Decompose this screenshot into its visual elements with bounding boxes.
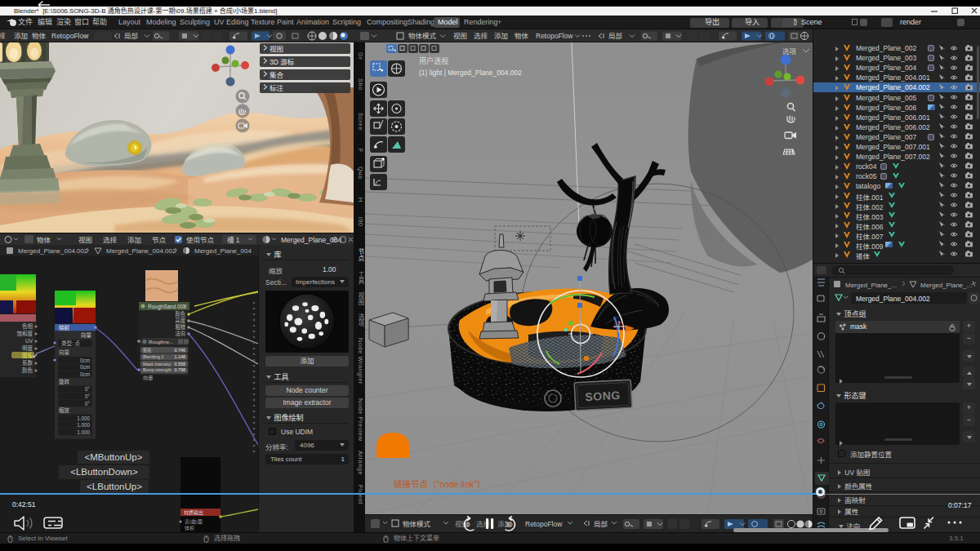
svg-text:1.000: 1.000 xyxy=(77,422,90,428)
svg-text:视图: 视图 xyxy=(453,32,467,40)
svg-text:Merged_Plane_004: Merged_Plane_004 xyxy=(194,247,252,255)
svg-text:局部: 局部 xyxy=(124,32,139,40)
svg-text:集合: 集合 xyxy=(270,71,284,79)
svg-text:颜色: 颜色 xyxy=(175,310,185,318)
svg-text:0°: 0° xyxy=(85,393,91,399)
svg-text:粗糙: 粗糙 xyxy=(175,323,185,331)
svg-text:旋转: 旋转 xyxy=(59,378,70,385)
svg-text:添加: 添加 xyxy=(127,236,141,244)
svg-text:映射: 映射 xyxy=(59,324,70,331)
svg-text:0cm: 0cm xyxy=(80,358,90,363)
svg-text:向量: 向量 xyxy=(143,375,153,381)
svg-text:法向: 法向 xyxy=(175,330,185,337)
svg-text:UV: UV xyxy=(25,338,33,344)
svg-text:Merged_Plane_...: Merged_Plane_... xyxy=(920,282,972,289)
svg-text:0.558: 0.558 xyxy=(175,362,186,367)
svg-text:局部: 局部 xyxy=(594,520,608,528)
svg-text:30: 30 xyxy=(506,521,512,528)
svg-text:使用节点: 使用节点 xyxy=(186,236,215,244)
svg-text:Merged_Plane_004.002: Merged_Plane_004.002 xyxy=(106,247,176,255)
svg-text:明度: 明度 xyxy=(22,344,33,352)
svg-text:别名: 别名 xyxy=(143,347,152,353)
svg-text:1.000: 1.000 xyxy=(77,415,90,421)
svg-text:色相: 色相 xyxy=(22,322,33,330)
svg-text:槽 1: 槽 1 xyxy=(227,236,240,244)
svg-text:节点: 节点 xyxy=(152,236,167,244)
svg-text:RetopoFlow: RetopoFlow xyxy=(525,520,563,528)
svg-text:用户透视: 用户透视 xyxy=(419,56,448,65)
svg-text:局部: 局部 xyxy=(608,32,623,40)
svg-text:向量: 向量 xyxy=(59,349,70,355)
svg-text:向量: 向量 xyxy=(81,331,92,338)
svg-text:选择: 选择 xyxy=(474,32,488,40)
svg-text:视图: 视图 xyxy=(270,45,283,53)
svg-text:1.000: 1.000 xyxy=(77,429,90,435)
svg-text:RetopoFlow: RetopoFlow xyxy=(536,32,573,40)
svg-text:10: 10 xyxy=(463,521,470,528)
svg-text:1.148: 1.148 xyxy=(175,354,186,359)
svg-text:0cm: 0cm xyxy=(80,364,90,370)
svg-text:0cm: 0cm xyxy=(80,371,90,377)
svg-text:Blending 2: Blending 2 xyxy=(143,354,163,359)
svg-text:物体: 物体 xyxy=(32,32,47,40)
svg-text:体积: 体积 xyxy=(185,525,194,531)
svg-text:Merged_Plane_...: Merged_Plane_... xyxy=(845,282,897,289)
svg-text:视图: 视图 xyxy=(78,236,92,244)
svg-text:(1) light | Merged_Plane_004.0: (1) light | Merged_Plane_004.002 xyxy=(419,69,522,77)
svg-text:标注: 标注 xyxy=(270,84,284,92)
svg-text:Bump strength: Bump strength xyxy=(143,367,172,372)
svg-text:物体模式: 物体模式 xyxy=(408,32,437,40)
svg-text:RoughSand.001: RoughSand.001 xyxy=(148,304,186,310)
svg-text:物体: 物体 xyxy=(514,32,529,40)
svg-text:系数: 系数 xyxy=(22,359,33,367)
svg-text:0°: 0° xyxy=(85,401,91,407)
svg-text:Merged_Plane_004.002: Merged_Plane_004.002 xyxy=(18,247,88,255)
svg-text:物体: 物体 xyxy=(37,236,51,244)
svg-text:选项: 选项 xyxy=(782,47,797,56)
svg-text:Mask intensity: Mask intensity xyxy=(143,362,171,367)
svg-text:颜色: 颜色 xyxy=(22,367,33,374)
svg-text:高度: 高度 xyxy=(175,317,185,324)
svg-text:类型: 点: 类型: 点 xyxy=(61,340,81,347)
svg-text:0°: 0° xyxy=(85,386,91,392)
svg-text:SONG: SONG xyxy=(585,389,621,403)
svg-text:饱和度: 饱和度 xyxy=(17,330,33,337)
svg-text:表(曲)面: 表(曲)面 xyxy=(185,518,203,525)
svg-text:0.798: 0.798 xyxy=(175,367,186,372)
svg-text:物体模式: 物体模式 xyxy=(403,520,431,528)
svg-text:图像: 图像 xyxy=(22,352,33,359)
svg-text:3D 游标: 3D 游标 xyxy=(270,58,295,66)
svg-text:选择: 选择 xyxy=(103,236,118,244)
svg-text:择: 择 xyxy=(0,32,6,40)
svg-text:Roughne...: Roughne... xyxy=(149,339,174,344)
svg-text:添加: 添加 xyxy=(14,32,28,40)
svg-text:链接节点（"node.link"）: 链接节点（"node.link"） xyxy=(394,479,486,489)
svg-text:材质输出: 材质输出 xyxy=(184,509,203,516)
svg-text:0.746: 0.746 xyxy=(175,348,186,353)
svg-text:Merged_Plane_004.002: Merged_Plane_004.002 xyxy=(856,295,930,303)
svg-text:缩放: 缩放 xyxy=(59,407,70,414)
svg-text:添加: 添加 xyxy=(494,32,508,40)
